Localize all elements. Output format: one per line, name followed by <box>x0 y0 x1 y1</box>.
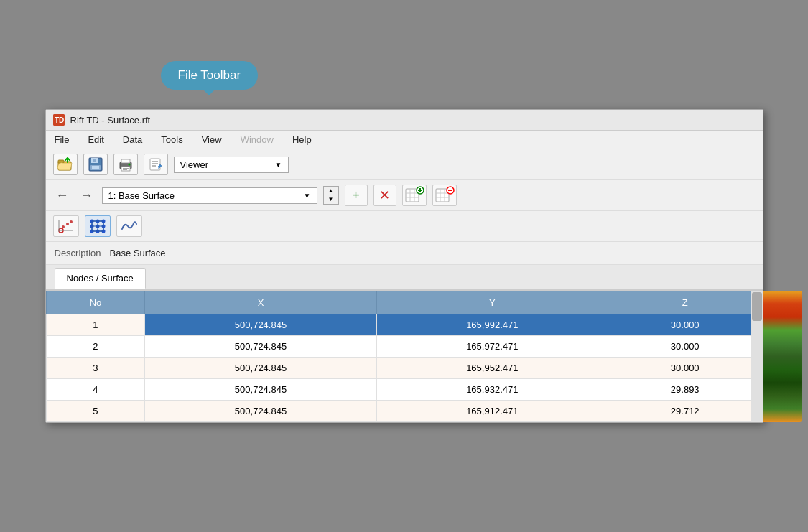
col-header-y[interactable]: Y <box>376 291 608 314</box>
surface-label: 1: Base Surface <box>108 190 175 201</box>
table-row[interactable]: 5500,724.845165,912.47129.712 <box>46 401 762 422</box>
scrollbar[interactable] <box>751 291 763 422</box>
menu-help[interactable]: Help <box>289 133 315 146</box>
cell-no: 4 <box>46 379 145 401</box>
menu-view[interactable]: View <box>199 133 225 146</box>
svg-rect-15 <box>150 159 160 170</box>
cell-x: 500,724.845 <box>145 336 376 358</box>
tab-bar: Nodes / Surface <box>46 265 763 291</box>
svg-rect-10 <box>121 159 130 163</box>
table-row[interactable]: 3500,724.845165,952.47130.000 <box>46 358 762 379</box>
viewer-dropdown[interactable]: Viewer ▼ <box>174 157 289 173</box>
file-toolbar-tooltip: File Toolbar <box>161 61 259 90</box>
nav-forward-button[interactable]: → <box>78 187 96 205</box>
svg-rect-8 <box>92 166 99 169</box>
main-content: 2D No X Y Z 1500,724.845165,992.47130.00… <box>46 291 763 422</box>
svg-point-39 <box>66 223 69 225</box>
surface-spinner[interactable]: ▲ ▼ <box>323 186 339 205</box>
remove-surface-button[interactable]: ✕ <box>373 185 396 206</box>
print-button[interactable] <box>113 154 138 175</box>
svg-point-14 <box>128 164 130 166</box>
open-button[interactable] <box>53 154 78 175</box>
view-bar <box>46 211 763 242</box>
table-row[interactable]: 2500,724.845165,972.47130.000 <box>46 336 762 358</box>
svg-rect-3 <box>58 160 64 163</box>
spinner-down[interactable]: ▼ <box>324 195 338 204</box>
title-bar: TD Rift TD - Surface.rft <box>46 110 763 131</box>
add-surface-button[interactable]: + <box>345 185 368 206</box>
viewer-dropdown-arrow: ▼ <box>275 161 282 169</box>
grid-add-button[interactable] <box>402 185 427 206</box>
terrain-strip <box>763 291 802 422</box>
table-row[interactable]: 4500,724.845165,932.47129.893 <box>46 379 762 401</box>
wave-line-button[interactable] <box>116 215 142 237</box>
menu-file[interactable]: File <box>52 133 73 146</box>
window-title: Rift TD - Surface.rft <box>70 115 151 126</box>
data-table: No X Y Z 1500,724.845165,992.47130.00025… <box>46 291 763 422</box>
cell-x: 500,724.845 <box>145 358 376 379</box>
scatter-plot-button[interactable] <box>53 215 79 237</box>
svg-text:TD: TD <box>55 116 64 124</box>
cell-x: 500,724.845 <box>145 314 376 336</box>
nav-bar: ← → 1: Base Surface ▼ ▲ ▼ + ✕ <box>46 180 763 211</box>
table-wrapper: No X Y Z 1500,724.845165,992.47130.00025… <box>46 291 763 422</box>
surface-dropdown[interactable]: 1: Base Surface ▼ <box>102 187 317 204</box>
menu-bar: File Edit Data Tools View Window Help <box>46 131 763 149</box>
node-grid-button[interactable] <box>85 215 111 237</box>
file-toolbar: Viewer ▼ <box>46 149 763 180</box>
menu-edit[interactable]: Edit <box>85 133 106 146</box>
menu-data[interactable]: Data <box>120 133 145 146</box>
svg-rect-6 <box>93 159 96 162</box>
cell-z: 29.712 <box>608 401 762 422</box>
viewer-label: Viewer <box>180 159 209 170</box>
cell-no: 5 <box>46 401 145 422</box>
cell-y: 165,952.471 <box>376 358 608 379</box>
save-button[interactable] <box>83 154 108 175</box>
cell-z: 30.000 <box>608 314 762 336</box>
cell-x: 500,724.845 <box>145 379 376 401</box>
cell-x: 500,724.845 <box>145 401 376 422</box>
col-header-no[interactable]: No <box>46 291 145 314</box>
tab-nodes-surface[interactable]: Nodes / Surface <box>55 268 146 289</box>
cell-z: 30.000 <box>608 336 762 358</box>
cell-no: 3 <box>46 358 145 379</box>
cell-y: 165,972.471 <box>376 336 608 358</box>
grid-remove-button[interactable] <box>432 185 457 206</box>
cell-no: 1 <box>46 314 145 336</box>
svg-rect-13 <box>123 169 127 170</box>
table-row[interactable]: 1500,724.845165,992.47130.000 <box>46 314 762 336</box>
description-value: Base Surface <box>110 248 166 258</box>
nav-back-button[interactable]: ← <box>53 187 72 205</box>
col-header-x[interactable]: X <box>145 291 376 314</box>
cell-y: 165,932.471 <box>376 379 608 401</box>
edit-button[interactable] <box>144 154 168 175</box>
app-icon: TD <box>53 114 65 126</box>
cell-z: 30.000 <box>608 358 762 379</box>
description-label: Description <box>55 248 101 258</box>
cell-z: 29.893 <box>608 379 762 401</box>
svg-point-38 <box>62 225 65 228</box>
cell-no: 2 <box>46 336 145 358</box>
cell-y: 165,992.471 <box>376 314 608 336</box>
surface-dropdown-arrow: ▼ <box>304 192 311 200</box>
menu-window[interactable]: Window <box>238 133 277 146</box>
svg-rect-12 <box>123 168 129 169</box>
svg-point-40 <box>70 220 73 223</box>
scrollbar-thumb[interactable] <box>752 292 762 321</box>
cell-y: 165,912.471 <box>376 401 608 422</box>
menu-tools[interactable]: Tools <box>158 133 185 146</box>
spinner-up[interactable]: ▲ <box>324 187 338 195</box>
col-header-z[interactable]: Z <box>608 291 762 314</box>
description-bar: Description Base Surface <box>46 242 763 265</box>
